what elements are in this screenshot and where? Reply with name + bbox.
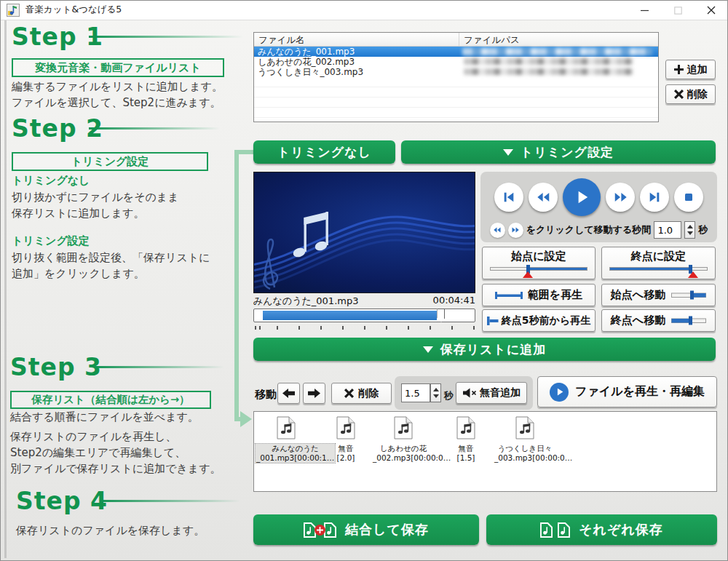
range-icon: [495, 291, 523, 300]
before-end-icon: [487, 316, 499, 326]
stop-button[interactable]: [674, 183, 703, 212]
step2-sub1-line1: 切り抜かずにファイルをそのまま: [12, 191, 179, 204]
go-to-start-button[interactable]: 始点へ移動: [601, 284, 716, 306]
skip-to-end-button[interactable]: [640, 183, 669, 212]
x-icon: [674, 89, 684, 99]
end-marker-icon: [688, 271, 698, 278]
rewind-button[interactable]: [529, 183, 558, 212]
table-empty-rows: [254, 77, 658, 122]
delete-file-button[interactable]: 削除: [665, 84, 716, 104]
skip-end-icon: [648, 191, 661, 204]
save-item-label: しあわせの花_002.mp3[00:00:0…: [373, 444, 434, 463]
video-preview[interactable]: [253, 172, 475, 293]
stop-icon: [683, 191, 695, 203]
play-before-end-button[interactable]: 終点5秒前から再生: [482, 309, 596, 332]
maximize-icon: [674, 7, 682, 15]
mute-icon: [462, 388, 477, 398]
title-bar: 音楽カット&つなげる5: [0, 0, 728, 20]
add-file-button[interactable]: 追加: [665, 60, 716, 79]
go-start-label: 始点へ移動: [611, 288, 665, 302]
step2-box-label: トリミング設定: [12, 152, 208, 171]
blurred-file-path: [464, 68, 633, 75]
add-silence-button[interactable]: 無音追加: [456, 382, 527, 404]
move-right-button[interactable]: [303, 383, 325, 404]
step4-line1: 保存リストのファイルを保存します。: [16, 522, 205, 538]
preview-time: 00:04:41: [433, 295, 475, 306]
table-row[interactable]: うつくしき日々_003.mp3: [254, 67, 658, 77]
minimize-button[interactable]: [628, 0, 661, 20]
left-edge-shade: [4, 20, 7, 558]
step1-line1: 編集するファイルをリストに追加します。: [12, 80, 223, 93]
save-list-item[interactable]: うつくしき日々_003.mp3[00:00:0…: [494, 416, 555, 463]
arrow-right-icon: [308, 389, 320, 398]
add-file-label: 追加: [687, 63, 708, 76]
trackbar-thumb[interactable]: [437, 309, 445, 322]
save-each-button[interactable]: それぞれ保存: [486, 514, 717, 545]
column-header-filename[interactable]: ファイル名: [254, 33, 459, 46]
step2-sub1-description: 切り抜かずにファイルをそのまま 保存リストに追加します。: [12, 189, 179, 221]
save-list-item[interactable]: 無音[1.5]: [435, 416, 496, 463]
trackbar-fill: [263, 311, 437, 320]
arrow-left-icon: [282, 389, 295, 398]
set-start-point-button[interactable]: 始点に設定: [482, 247, 596, 279]
trim-settings-button[interactable]: トリミング設定: [401, 140, 716, 164]
spin-down-icon: [687, 231, 693, 235]
play-range-label: 範囲を再生: [528, 288, 582, 302]
step3-heading: Step 3: [10, 353, 102, 381]
source-file-table: ファイル名 ファイルパス みんなのうた_001.mp3 しあわせの花_002.m…: [253, 32, 659, 122]
fast-forward-button[interactable]: [606, 183, 635, 212]
add-to-save-list-button[interactable]: 保存リストに追加: [253, 338, 716, 361]
fast-forward-mini-icon: [508, 223, 523, 238]
step3-box-label: 保存リスト（結合順は左から→）: [10, 391, 211, 409]
blurred-file-path: [464, 58, 633, 65]
connector-vertical-segment: [234, 150, 239, 421]
save-item-label: 無音[2.0]: [315, 444, 376, 463]
save-list[interactable]: みんなのうた_001.mp3[00:00:1… 無音[2.0] しあわせの花_0…: [253, 411, 717, 492]
silence-seconds-spinner[interactable]: [430, 383, 441, 402]
play-range-button[interactable]: 範囲を再生: [482, 284, 596, 306]
delete-file-label: 削除: [687, 88, 708, 101]
x-icon: [344, 389, 354, 398]
step2-sub2-title: トリミング設定: [12, 234, 90, 248]
step1-line2: ファイルを選択して、Step2に進みます。: [12, 96, 221, 109]
file-path-cell: [459, 47, 658, 57]
seek-trackbar[interactable]: [253, 309, 475, 322]
save-list-item[interactable]: みんなのうた_001.mp3[00:00:1…: [256, 416, 317, 463]
go-to-end-button[interactable]: 終点へ移動: [601, 309, 716, 332]
play-before-end-label: 終点5秒前から再生: [502, 314, 590, 327]
save-each-label: それぞれ保存: [579, 521, 663, 538]
seek-seconds-spinner[interactable]: [684, 221, 695, 239]
set-end-slider: [609, 267, 708, 271]
close-button[interactable]: [695, 0, 728, 20]
merge-save-button[interactable]: 結合して保存: [253, 514, 479, 545]
music-artwork: [254, 172, 475, 293]
go-end-slider-icon: [671, 316, 706, 325]
column-header-filepath[interactable]: ファイルパス: [459, 33, 658, 46]
move-left-button[interactable]: [277, 383, 300, 404]
file-path-cell: [459, 67, 658, 77]
save-list-item[interactable]: しあわせの花_002.mp3[00:00:0…: [373, 416, 434, 463]
step3-description: 保存リストのファイルを再生し、 Step2の編集エリアで再編集して、 別ファイル…: [10, 429, 221, 477]
skip-to-start-button[interactable]: [494, 183, 523, 212]
spin-down-icon: [433, 394, 439, 398]
delete-save-item-label: 削除: [358, 387, 379, 400]
step2-sub2-line1: 切り抜く範囲を設定後、「保存リストに: [12, 251, 210, 264]
play-reedit-button[interactable]: ファイルを再生・再編集: [537, 376, 717, 407]
skip-start-icon: [502, 191, 515, 204]
blurred-file-path: [462, 48, 652, 55]
start-marker-icon: [523, 271, 533, 278]
silence-seconds-input[interactable]: [401, 383, 430, 402]
play-button[interactable]: [563, 178, 601, 216]
set-end-point-button[interactable]: 終点に設定: [601, 247, 716, 279]
save-list-item[interactable]: 無音[2.0]: [315, 416, 376, 463]
close-icon: [707, 6, 716, 15]
seek-seconds-input[interactable]: [654, 221, 681, 239]
step3-line3: Step2の編集エリアで再編集して、: [10, 446, 186, 459]
play-reedit-label: ファイルを再生・再編集: [575, 384, 705, 399]
trim-none-label: トリミングなし: [277, 144, 371, 161]
maximize-button[interactable]: [661, 0, 695, 20]
trim-none-button[interactable]: トリミングなし: [253, 140, 395, 164]
spin-up-icon: [433, 388, 439, 391]
transport-panel: をクリックして移動する秒間 秒: [480, 172, 717, 242]
delete-save-item-button[interactable]: 削除: [331, 383, 392, 404]
